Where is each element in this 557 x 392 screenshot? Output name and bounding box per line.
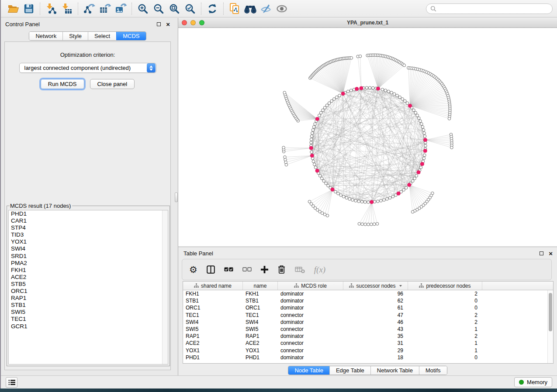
table-cell[interactable]: 96 [343, 290, 408, 297]
tab-edge-table[interactable]: Edge Table [329, 366, 370, 375]
mcds-node[interactable] [376, 87, 380, 90]
table-cell[interactable]: ORC1 [183, 304, 243, 311]
run-mcds-button[interactable]: Run MCDS [41, 79, 84, 89]
table-row[interactable]: RAP1RAP1dominator352 [183, 333, 553, 340]
mcds-node[interactable] [315, 169, 319, 172]
mcds-node[interactable] [331, 188, 334, 191]
table-cell[interactable]: TEC1 [243, 312, 278, 319]
table-cell[interactable]: RAP1 [243, 333, 278, 340]
mcds-node[interactable] [423, 138, 427, 142]
table-cell[interactable]: SWI5 [183, 326, 243, 333]
network-graph-canvas[interactable] [178, 28, 555, 246]
table-cell[interactable]: SWI4 [243, 319, 278, 326]
table-cell[interactable]: dominator [278, 354, 343, 361]
close-panel-icon[interactable]: × [549, 251, 553, 255]
table-cell[interactable]: FKH1 [183, 290, 243, 297]
export-table-button[interactable] [97, 2, 113, 16]
table-cell[interactable]: connector [278, 347, 343, 354]
mcds-node[interactable] [408, 183, 411, 186]
mcds-list-item[interactable]: STB1 [9, 302, 168, 309]
zoom-in-button[interactable] [135, 2, 151, 16]
table-cell[interactable]: YOX1 [243, 347, 278, 354]
table-scrollbar-thumb[interactable] [549, 293, 552, 331]
search-input[interactable] [439, 5, 548, 12]
table-cell[interactable]: ACE2 [183, 340, 243, 347]
zoom-out-button[interactable] [151, 2, 166, 16]
table-cell[interactable]: 61 [343, 304, 408, 311]
mcds-node[interactable] [420, 162, 424, 166]
mcds-node[interactable] [309, 146, 313, 150]
mcds-list-item[interactable]: SWI5 [9, 309, 168, 316]
mcds-result-list[interactable]: PHD1CAR1STP4TID3YOX1SWI4SRD1PMA2FKH1ACE2… [8, 210, 168, 364]
table-row[interactable]: SWI5SWI5connector431 [183, 326, 553, 333]
table-cell[interactable]: 0 [408, 354, 482, 361]
delete-column-icon[interactable] [277, 264, 286, 276]
table-settings-gear-icon[interactable]: ⚙ [189, 264, 197, 276]
mcds-list-item[interactable]: PHD1 [9, 210, 168, 217]
table-cell[interactable]: RAP1 [183, 333, 243, 340]
mcds-node[interactable] [417, 171, 420, 174]
mcds-node[interactable] [423, 149, 427, 152]
table-row[interactable]: SWI4SWI4dominator462 [183, 319, 553, 326]
table-cell[interactable]: 1 [408, 347, 482, 354]
mcds-list-item[interactable]: TEC1 [9, 316, 168, 323]
mcds-node[interactable] [315, 117, 319, 120]
table-cell[interactable]: 1 [408, 326, 482, 333]
float-window-icon[interactable] [540, 251, 543, 255]
table-cell[interactable]: 18 [343, 354, 408, 361]
mcds-list-scrollbar[interactable] [162, 210, 168, 364]
share-document-button[interactable] [227, 2, 242, 16]
column-visibility-icon[interactable] [207, 264, 215, 276]
table-cell[interactable]: 2 [408, 290, 482, 297]
table-cell[interactable]: FKH1 [243, 290, 278, 297]
table-cell[interactable]: PHD1 [243, 354, 278, 361]
show-all-button[interactable] [274, 2, 290, 16]
table-cell[interactable]: dominator [278, 290, 343, 297]
memory-button[interactable]: Memory [514, 377, 552, 387]
column-header-name[interactable]: name [243, 282, 278, 290]
table-cell[interactable]: 62 [343, 297, 408, 304]
table-cell[interactable]: SWI5 [243, 326, 278, 333]
table-cell[interactable]: YOX1 [183, 347, 243, 354]
column-header-shared-name[interactable]: shared name [183, 282, 243, 290]
tab-motifs[interactable]: Motifs [419, 366, 447, 375]
hide-selected-button[interactable] [258, 2, 274, 16]
table-row[interactable]: YOX1YOX1connector291 [183, 347, 553, 354]
table-cell[interactable]: dominator [278, 304, 343, 311]
table-cell[interactable]: 0 [408, 297, 482, 304]
mcds-list-item[interactable]: ORC1 [9, 288, 168, 295]
table-cell[interactable]: dominator [278, 333, 343, 340]
mcds-list-item[interactable]: YOX1 [9, 238, 168, 245]
table-cell[interactable]: 29 [343, 347, 408, 354]
table-cell[interactable]: SWI4 [183, 319, 243, 326]
mcds-list-item[interactable]: PMA2 [9, 260, 168, 267]
mcds-list-item[interactable]: GCR1 [9, 323, 168, 330]
export-network-button[interactable] [81, 2, 97, 16]
tab-network[interactable]: Network [29, 32, 62, 40]
table-cell[interactable]: connector [278, 312, 343, 319]
mcds-node[interactable] [310, 154, 314, 157]
mcds-node[interactable] [360, 86, 363, 90]
tab-network-table[interactable]: Network Table [370, 366, 419, 375]
table-cell[interactable]: ACE2 [243, 340, 278, 347]
export-image-button[interactable] [113, 2, 128, 16]
table-cell[interactable]: dominator [278, 319, 343, 326]
mcds-list-item[interactable]: RAP1 [9, 295, 168, 302]
table-cell[interactable]: 47 [343, 312, 408, 319]
table-row[interactable]: TEC1TEC1connector472 [183, 312, 553, 319]
splitter-handle-icon[interactable] [175, 193, 178, 202]
table-cell[interactable]: TEC1 [183, 312, 243, 319]
add-column-icon[interactable] [261, 264, 268, 276]
task-history-button[interactable] [6, 377, 17, 388]
mcds-node[interactable] [397, 192, 400, 195]
column-header-successor-nodes[interactable]: successor nodes [343, 282, 408, 290]
deselect-all-icon[interactable] [242, 264, 252, 276]
mcds-list-item[interactable]: ACE2 [9, 274, 168, 281]
mcds-list-item[interactable]: STB5 [9, 281, 168, 288]
table-scrollbar[interactable] [547, 290, 553, 363]
mcds-list-item[interactable]: SRD1 [9, 253, 168, 260]
mcds-node[interactable] [355, 87, 359, 91]
tab-style[interactable]: Style [62, 32, 88, 40]
table-cell[interactable]: 2 [408, 312, 482, 319]
optimization-criterion-dropdown[interactable]: largest connected component (undirected) [19, 63, 156, 73]
